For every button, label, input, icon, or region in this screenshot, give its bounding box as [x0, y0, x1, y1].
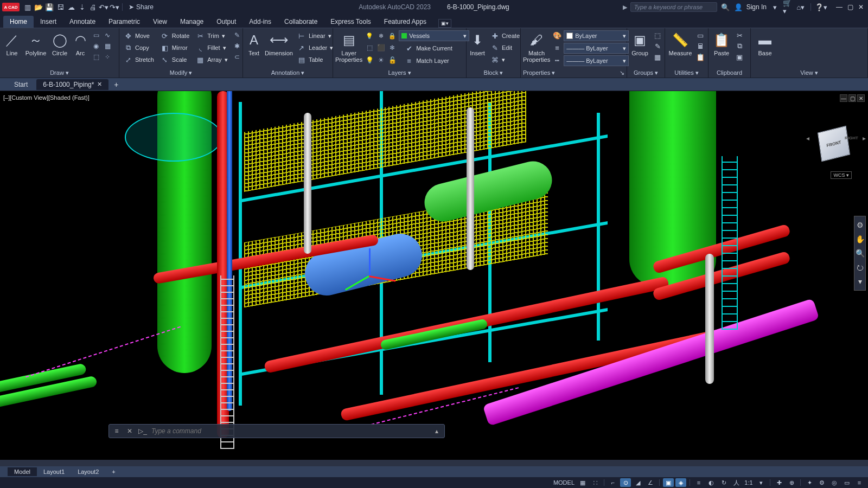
cmd-close-icon[interactable]: ✕ [125, 427, 134, 435]
create-button[interactable]: ✚Create [488, 30, 522, 41]
help-icon[interactable]: ❔▾ [816, 2, 826, 12]
navigation-bar[interactable]: ⚙ ✋ 🔍 ⭮ ▾ [854, 216, 866, 291]
tab-layout2[interactable]: Layout2 [71, 467, 105, 476]
saveas-icon[interactable]: 🖫 [55, 2, 65, 12]
tab-insert[interactable]: Insert [34, 16, 63, 28]
show-icon[interactable]: ▾ [858, 277, 862, 286]
vp-max-icon[interactable]: ▢ [848, 94, 856, 102]
base-icon[interactable]: ▣ [735, 52, 744, 62]
leader-button[interactable]: ↗Leader ▾ [295, 42, 335, 53]
groupbbox-icon[interactable]: ▦ [653, 52, 662, 62]
lineweight-dropdown[interactable]: ——— ByLayer▾ [564, 43, 629, 54]
linetype-icon[interactable]: ┅ [552, 55, 562, 65]
share-button[interactable]: ➤Share [129, 3, 154, 11]
layer-lock-icon[interactable]: 🔒 [387, 31, 397, 41]
wcs-label[interactable]: WCS ▾ [831, 171, 852, 179]
search-input[interactable]: Type a keyword or phrase [630, 2, 717, 12]
vp-min-icon[interactable]: — [840, 94, 847, 102]
view-cube[interactable]: FRONT RIGHT ◂ ▸ [814, 124, 857, 167]
plot-icon[interactable]: 🖨 [88, 2, 98, 12]
orbit-icon[interactable]: ⭮ [856, 263, 864, 272]
new-icon[interactable]: ▥ [23, 2, 33, 12]
close-icon[interactable]: ✕ [856, 3, 866, 11]
layerprops-button[interactable]: ▤Layer Properties [335, 30, 362, 63]
paste-button[interactable]: 📋Paste [711, 30, 732, 56]
vp-close-icon[interactable]: ✕ [857, 94, 865, 102]
isolate-icon[interactable]: ◎ [829, 478, 840, 487]
panel-title-properties[interactable]: Properties [523, 69, 550, 76]
line-button[interactable]: ／Line [2, 30, 22, 56]
cmd-up-icon[interactable]: ▴ [432, 427, 441, 435]
grid-icon[interactable]: ▦ [577, 478, 588, 487]
panel-title-layers[interactable]: Layers [388, 69, 406, 76]
array-button[interactable]: ▦Array ▾ [194, 54, 229, 65]
filter-icon[interactable]: ✦ [804, 478, 815, 487]
rect-icon[interactable]: ▭ [91, 30, 101, 40]
fillet-button[interactable]: ◟Fillet ▾ [194, 42, 229, 53]
attr-button[interactable]: ⌘▾ [488, 54, 522, 65]
explode-icon[interactable]: ✱ [232, 41, 242, 51]
panel-title-annotation[interactable]: Annotation [271, 69, 300, 76]
color-dropdown[interactable]: ByLayer▾ [564, 30, 629, 41]
panel-title-view[interactable]: View [800, 69, 813, 76]
app-logo-icon[interactable]: A CAD [2, 3, 20, 11]
drawing-viewport[interactable]: [–][Custom View][Shaded (Fast)] —▢✕ FRON… [0, 91, 868, 460]
snap-icon[interactable]: ⸬ [590, 478, 601, 487]
gizmo-icon[interactable]: ⊕ [786, 478, 797, 487]
groupedit-icon[interactable]: ✎ [653, 41, 662, 51]
makecurrent-button[interactable]: ✔Make Current [403, 43, 455, 54]
viewport-label[interactable]: [–][Custom View][Shaded (Fast)] [3, 94, 90, 101]
cycling-icon[interactable]: ↻ [718, 478, 729, 487]
user-icon[interactable]: 👤 [733, 2, 743, 12]
transparency-icon[interactable]: ◐ [706, 478, 717, 487]
open-icon[interactable]: 📂 [34, 2, 43, 12]
redo-icon[interactable]: ↷▾ [110, 2, 119, 12]
arc-button[interactable]: ◠Arc [72, 30, 89, 56]
panel-title-draw[interactable]: Draw [50, 69, 64, 76]
web-save-icon[interactable]: ⇣ [77, 2, 87, 12]
cmd-history-icon[interactable]: ≡ [112, 427, 121, 435]
minimize-icon[interactable]: — [834, 3, 844, 11]
tab-output[interactable]: Output [210, 16, 242, 28]
ucs-gizmo[interactable] [347, 254, 391, 297]
workspace-icon[interactable]: ✚ [774, 478, 784, 487]
table-button[interactable]: ▤Table [295, 54, 335, 65]
osnap-icon[interactable]: ▣ [663, 478, 674, 487]
rotate-button[interactable]: ⟳Rotate [158, 30, 192, 41]
matchlayer-button[interactable]: ≡Match Layer [403, 55, 451, 66]
tab-annotate[interactable]: Annotate [63, 16, 102, 28]
panel-title-groups[interactable]: Groups [634, 69, 653, 76]
measure-button[interactable]: 📏Measure [667, 30, 693, 56]
command-input[interactable] [151, 427, 428, 435]
thaw-icon[interactable]: ☀ [376, 55, 386, 65]
search-icon[interactable]: 🔍 [720, 2, 730, 12]
annoscale-label[interactable]: 1:1 [743, 478, 754, 487]
tab-home[interactable]: Home [3, 16, 34, 28]
hatch-icon[interactable]: ▦ [103, 41, 112, 51]
save-icon[interactable]: 💾 [44, 2, 54, 12]
app-switch-icon[interactable]: ⌂▾ [796, 2, 806, 12]
freeze-icon[interactable]: ❄ [387, 43, 397, 53]
customize-icon[interactable]: ≡ [854, 478, 865, 487]
tab-view[interactable]: View [146, 16, 174, 28]
3dosnap-icon[interactable]: ◈ [675, 478, 686, 487]
command-line[interactable]: ≡ ✕ ▷_ ▴ [108, 424, 445, 438]
dimension-button[interactable]: ⟷Dimension [265, 30, 293, 56]
colorwheel-icon[interactable]: 🎨 [552, 30, 562, 40]
fullnav-icon[interactable]: ⚙ [857, 221, 864, 229]
insert-button[interactable]: ⬇Insert [469, 30, 486, 56]
cleanscreen-icon[interactable]: ▭ [841, 478, 852, 487]
circle-button[interactable]: ◯Circle [50, 30, 69, 56]
copy-button[interactable]: ⧉Copy [122, 42, 156, 53]
uniso-icon[interactable]: ⬛ [376, 43, 386, 53]
tab-manage[interactable]: Manage [174, 16, 210, 28]
tab-featured[interactable]: Featured Apps [378, 16, 433, 28]
web-open-icon[interactable]: ☁ [66, 2, 76, 12]
select-icon[interactable]: ▭ [695, 30, 705, 40]
linetype-dropdown[interactable]: ——— ByLayer▾ [564, 55, 629, 66]
polar-icon[interactable]: ⊙ [620, 478, 631, 487]
tab-layout1[interactable]: Layout1 [37, 467, 71, 476]
group-button[interactable]: ▣Group [629, 30, 650, 56]
lwdisplay-icon[interactable]: ≡ [693, 478, 704, 487]
unlock-icon[interactable]: 🔓 [387, 55, 397, 65]
